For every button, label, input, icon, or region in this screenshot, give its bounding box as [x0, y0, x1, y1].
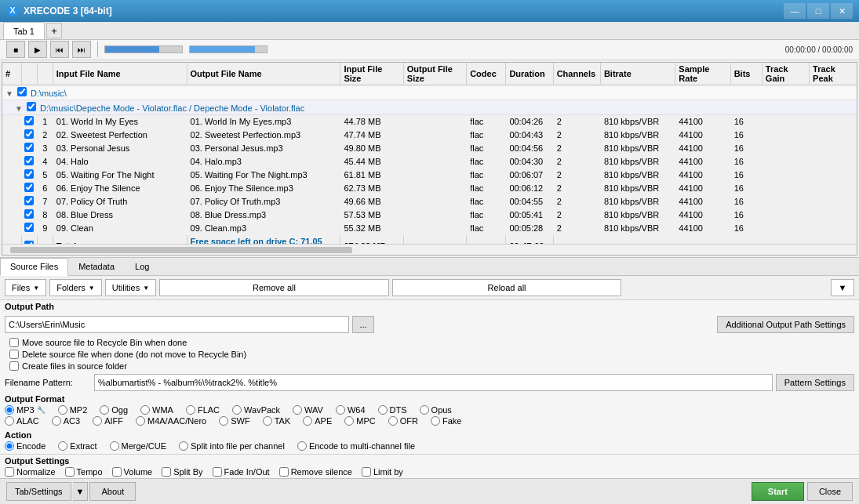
- tab-settings-button[interactable]: Tab/Settings: [6, 482, 71, 501]
- action-encode-multichannel[interactable]: Encode to multi-channel file: [297, 441, 415, 451]
- files-dropdown[interactable]: Files ▼: [5, 279, 46, 296]
- action-merge-cue[interactable]: Merge/CUE: [110, 441, 166, 451]
- move-to-recycle-label[interactable]: Move source file to Recycle Bin when don…: [5, 337, 854, 348]
- format-m4a[interactable]: M4A/AAC/Nero: [136, 416, 206, 426]
- delete-when-done-checkbox[interactable]: [9, 350, 19, 359]
- additional-output-button[interactable]: Additional Output Path Settings: [717, 316, 854, 333]
- pattern-input[interactable]: [94, 374, 773, 391]
- folders-dropdown[interactable]: Folders ▼: [49, 279, 102, 296]
- add-tab-button[interactable]: +: [46, 23, 62, 38]
- fade-in-out-option[interactable]: Fade In/Out: [213, 467, 270, 477]
- prev-button[interactable]: ⏮: [50, 41, 69, 58]
- format-dts[interactable]: DTS: [378, 405, 407, 415]
- root-drive-check[interactable]: [17, 87, 27, 96]
- horizontal-scrollbar[interactable]: [2, 244, 857, 255]
- tab-settings-arrow[interactable]: ▼: [73, 482, 89, 501]
- track-checkbox[interactable]: [24, 169, 34, 179]
- album-row: ▼ D:\music\Depeche Mode - Violator.flac …: [2, 100, 857, 114]
- window-controls: — □ ✕: [784, 3, 853, 19]
- format-mp3-radio[interactable]: [5, 405, 14, 415]
- minimize-button[interactable]: —: [784, 3, 806, 19]
- col-codec: Codec: [467, 63, 506, 85]
- settings-dropdown[interactable]: ▼: [831, 279, 854, 296]
- volume-option[interactable]: Volume: [112, 467, 153, 477]
- output-settings-label: Output Settings: [5, 456, 70, 466]
- format-wav[interactable]: WAV: [293, 405, 323, 415]
- split-by-checkbox[interactable]: [162, 467, 171, 477]
- tab-source-files[interactable]: Source Files: [0, 258, 68, 276]
- tab-log[interactable]: Log: [125, 258, 159, 275]
- pattern-settings-button[interactable]: Pattern Settings: [776, 374, 854, 391]
- action-encode[interactable]: Encode: [5, 441, 45, 451]
- format-wavpack[interactable]: WavPack: [232, 405, 280, 415]
- remove-silence-checkbox[interactable]: [279, 467, 289, 477]
- track-checkbox[interactable]: [24, 223, 34, 232]
- track-checkbox[interactable]: [24, 143, 34, 152]
- next-button[interactable]: ⏭: [72, 41, 91, 58]
- album-check[interactable]: [27, 102, 36, 111]
- format-ape[interactable]: APE: [303, 416, 332, 426]
- mp3-icon: 🔧: [37, 406, 45, 414]
- track-checkbox[interactable]: [24, 116, 34, 125]
- close-button[interactable]: ✕: [831, 3, 853, 19]
- format-aiff[interactable]: AIFF: [93, 416, 123, 426]
- format-mpc[interactable]: MPC: [344, 416, 375, 426]
- format-ofr[interactable]: OFR: [388, 416, 418, 426]
- limit-by-checkbox[interactable]: [362, 467, 371, 477]
- track-checkbox[interactable]: [24, 156, 34, 165]
- balance-slider[interactable]: [189, 45, 268, 53]
- play-button[interactable]: ▶: [28, 41, 47, 58]
- track-checkbox[interactable]: [24, 183, 34, 192]
- format-ac3[interactable]: AC3: [52, 416, 80, 426]
- fade-in-out-checkbox[interactable]: [213, 467, 222, 477]
- delete-when-done-label[interactable]: Delete source file when done (do not mov…: [5, 349, 854, 360]
- action-extract[interactable]: Extract: [58, 441, 96, 451]
- normalize-checkbox[interactable]: [5, 467, 14, 477]
- track-checkbox[interactable]: [24, 129, 34, 139]
- tempo-option[interactable]: Tempo: [65, 467, 103, 477]
- create-in-source-label[interactable]: Create files in source folder: [5, 361, 854, 372]
- format-w64[interactable]: W64: [336, 405, 366, 415]
- limit-by-option[interactable]: Limit by: [362, 467, 403, 477]
- reload-all-button[interactable]: Reload all: [392, 279, 622, 296]
- browse-button[interactable]: ...: [352, 316, 374, 333]
- format-ogg[interactable]: Ogg: [100, 405, 128, 415]
- split-by-option[interactable]: Split By: [162, 467, 202, 477]
- action-split-per-channel[interactable]: Split into file per channel: [179, 441, 285, 451]
- close-main-button[interactable]: Close: [807, 482, 853, 501]
- tab-1[interactable]: Tab 1: [3, 22, 45, 39]
- track-gain: [762, 114, 809, 128]
- files-dropdown-arrow: ▼: [33, 285, 39, 292]
- table-row: 9 09. Clean 09. Clean.mp3 55.32 MB flac …: [2, 221, 857, 234]
- move-to-recycle-checkbox[interactable]: [9, 338, 19, 347]
- utilities-dropdown[interactable]: Utilities ▼: [105, 279, 156, 296]
- table-row: 5 05. Waiting For The Night 05. Waiting …: [2, 168, 857, 181]
- format-tak[interactable]: TAK: [263, 416, 291, 426]
- maximize-button[interactable]: □: [807, 3, 829, 19]
- track-checkbox[interactable]: [24, 196, 34, 205]
- volume-checkbox[interactable]: [112, 467, 122, 477]
- normalize-option[interactable]: Normalize: [5, 467, 56, 477]
- format-fake[interactable]: Fake: [431, 416, 461, 426]
- format-alac[interactable]: ALAC: [5, 416, 39, 426]
- stop-button[interactable]: ■: [6, 41, 25, 58]
- remove-all-button[interactable]: Remove all: [159, 279, 389, 296]
- create-in-source-checkbox[interactable]: [9, 361, 19, 371]
- about-button[interactable]: About: [89, 482, 136, 501]
- tab-metadata[interactable]: Metadata: [68, 258, 125, 275]
- output-path-input[interactable]: [5, 316, 349, 333]
- format-swf[interactable]: SWF: [219, 416, 249, 426]
- remove-silence-option[interactable]: Remove silence: [279, 467, 352, 477]
- tempo-checkbox[interactable]: [65, 467, 75, 477]
- action-encode-radio[interactable]: [5, 441, 14, 451]
- format-mp2[interactable]: MP2: [58, 405, 88, 415]
- output-path-section: Output Path: [0, 300, 859, 313]
- volume-slider[interactable]: [104, 45, 183, 53]
- file-scroll[interactable]: # Input File Name Output File Name Input…: [2, 63, 857, 244]
- format-mp3[interactable]: MP3 🔧: [5, 405, 45, 415]
- track-checkbox[interactable]: [24, 209, 34, 219]
- format-wma[interactable]: WMA: [140, 405, 173, 415]
- start-button[interactable]: Start: [752, 482, 804, 501]
- format-flac[interactable]: FLAC: [186, 405, 220, 415]
- format-opus[interactable]: Opus: [420, 405, 452, 415]
